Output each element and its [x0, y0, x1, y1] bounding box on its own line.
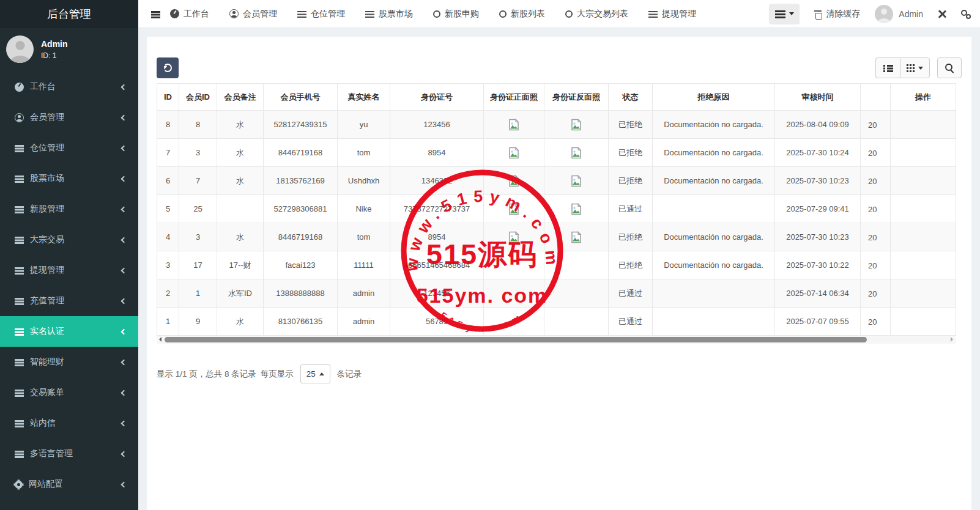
cell-clipped: 20 [861, 167, 891, 195]
broken-image-icon[interactable] [570, 147, 582, 159]
cell-reject-reason [653, 308, 775, 336]
cell-status: 已拒绝 [609, 167, 653, 195]
topnav-item[interactable]: 股票市场 [365, 9, 413, 20]
cell-id-front-photo [484, 167, 544, 195]
search-button[interactable] [937, 57, 962, 78]
sidebar-item-label: 仓位管理 [30, 142, 122, 153]
cell-phone: 8446719168 [264, 139, 338, 167]
topnav-item[interactable]: 新股申购 [433, 9, 479, 20]
sidebar-item-工作台[interactable]: 工作台 [0, 72, 138, 102]
sidebar-item-充值管理[interactable]: 充值管理 [0, 286, 138, 316]
topnav-item[interactable]: 会员管理 [229, 9, 277, 20]
pagination: 显示 1/1 页，总共 8 条记录 每页显示 25 条记录 [157, 364, 962, 383]
sidebar-item-网站配置[interactable]: 网站配置 [0, 469, 138, 500]
cell-id: 7 [157, 139, 179, 167]
clear-cache-button[interactable]: 清除缓存 [814, 9, 860, 20]
cell-real-name: tom [338, 223, 390, 251]
refresh-icon [163, 64, 172, 72]
cell-clipped: 20 [861, 223, 891, 251]
cell-id-number: 56789 [390, 308, 484, 336]
bars-icon [15, 205, 24, 213]
column-header: 审核时间 [775, 84, 861, 111]
cell-id-front-photo [484, 279, 544, 308]
cell-remark: 17--财 [217, 251, 264, 279]
cell-real-name: Nike [338, 195, 390, 223]
list-view-button[interactable] [875, 57, 900, 78]
cell-status: 已拒绝 [609, 223, 653, 251]
broken-image-icon[interactable] [508, 119, 520, 131]
avatar [6, 35, 34, 63]
sidebar-item-交易账单[interactable]: 交易账单 [0, 377, 138, 408]
scroll-left-arrow[interactable] [157, 337, 161, 342]
user-menu-label: Admin [899, 9, 923, 19]
settings-button[interactable] [961, 9, 971, 20]
per-page-label: 每页显示 [261, 369, 294, 380]
circle-icon [433, 10, 440, 18]
column-header: 会员ID [179, 84, 217, 111]
topnav-item-label: 大宗交易列表 [577, 9, 628, 20]
cell-audit-time: 2025-08-04 09:09 [775, 111, 861, 139]
topnav-item[interactable]: 大宗交易列表 [565, 9, 628, 20]
cell-phone: 8130766135 [264, 308, 338, 336]
sidebar-item-股票市场[interactable]: 股票市场 [0, 163, 138, 194]
cell-audit-time: 2025-07-30 10:23 [775, 167, 861, 195]
column-header: 操作 [891, 84, 956, 111]
sidebar-item-label: 提现管理 [30, 265, 122, 276]
columns-dropdown-button[interactable] [900, 57, 930, 78]
topnav-item[interactable]: 提现管理 [648, 9, 696, 20]
sidebar-item-提现管理[interactable]: 提现管理 [0, 255, 138, 286]
chevron-left-icon [121, 359, 127, 365]
scroll-right-arrow[interactable] [951, 337, 956, 342]
sidebar-item-新股管理[interactable]: 新股管理 [0, 194, 138, 224]
refresh-button[interactable] [157, 57, 179, 78]
sidebar-item-实名认证[interactable]: 实名认证 [0, 316, 138, 347]
page-size-value: 25 [306, 369, 316, 379]
topnav-item[interactable]: 新股列表 [499, 9, 545, 20]
broken-image-icon[interactable] [570, 203, 582, 215]
broken-image-icon[interactable] [508, 147, 520, 159]
cell-member-id: 8 [179, 111, 217, 139]
sidebar-item-站内信[interactable]: 站内信 [0, 408, 138, 438]
sidebar-item-大宗交易[interactable]: 大宗交易 [0, 224, 138, 255]
bars-icon [648, 10, 658, 18]
page-size-dropdown[interactable]: 25 [300, 364, 330, 383]
user-menu[interactable]: Admin [875, 5, 923, 23]
cell-real-name: tom [338, 139, 390, 167]
column-header: ID [157, 84, 179, 111]
topnav-item[interactable]: 工作台 [170, 9, 209, 20]
cell-reject-reason: Documentación no cargada. [653, 167, 775, 195]
sidebar-toggle-button[interactable] [138, 9, 170, 20]
user-icon [229, 9, 239, 18]
column-header: 会员手机号 [264, 84, 338, 111]
fullscreen-button[interactable] [938, 9, 946, 20]
topnav-item-label: 会员管理 [243, 9, 277, 20]
scrollbar-thumb[interactable] [165, 337, 867, 342]
sidebar-item-智能理财[interactable]: 智能理财 [0, 347, 138, 377]
sidebar-item-label: 多语言管理 [30, 448, 122, 459]
cell-id-number: 1346332 [390, 167, 484, 195]
broken-image-icon[interactable] [508, 175, 520, 187]
broken-image-icon[interactable] [508, 203, 520, 215]
sidebar-item-label: 网站配置 [29, 479, 122, 490]
cell-phone: 527298306881 [264, 195, 338, 223]
cell-id: 2 [157, 279, 179, 308]
broken-image-icon[interactable] [570, 119, 582, 131]
sidebar-item-label: 站内信 [30, 418, 122, 429]
column-header: 会员备注 [217, 84, 264, 111]
column-header: 身份证反面照 [544, 84, 609, 111]
broken-image-icon[interactable] [508, 231, 520, 243]
topnav-item-label: 新股申购 [445, 9, 479, 20]
sidebar-item-仓位管理[interactable]: 仓位管理 [0, 133, 138, 163]
nav-list-dropdown-button[interactable] [769, 4, 800, 24]
topnav-item[interactable]: 仓位管理 [297, 9, 345, 20]
cell-id-number: 737372727273737 [390, 195, 484, 223]
broken-image-icon[interactable] [570, 175, 582, 187]
cell-id-front-photo [484, 223, 544, 251]
sidebar-item-会员管理[interactable]: 会员管理 [0, 102, 138, 133]
cell-id-back-photo [544, 279, 609, 308]
sidebar-item-多语言管理[interactable]: 多语言管理 [0, 438, 138, 469]
cell-reject-reason: Documentación no cargada. [653, 139, 775, 167]
cell-member-id: 25 [179, 195, 217, 223]
cell-clipped: 20 [861, 308, 891, 336]
broken-image-icon[interactable] [570, 231, 582, 243]
